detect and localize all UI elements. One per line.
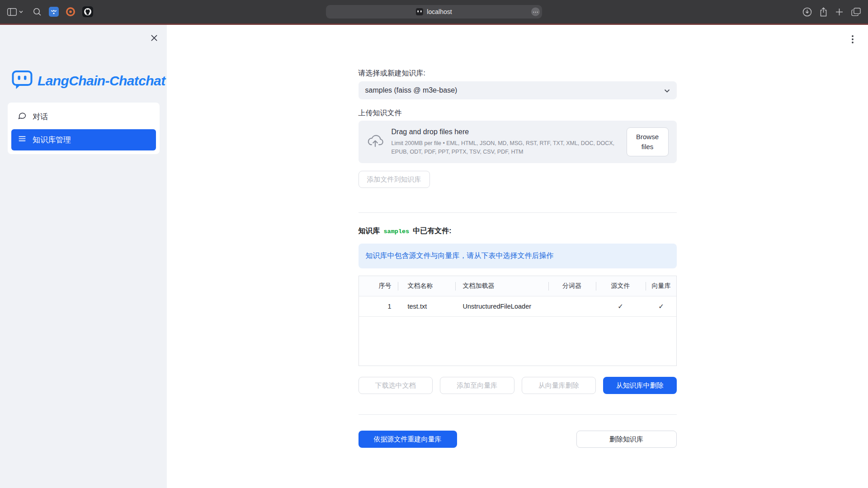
delete-from-kb-button[interactable]: 从知识库中删除: [603, 377, 677, 394]
site-favicon: [416, 8, 423, 15]
cell-splitter: [548, 296, 596, 316]
sidebar-close-button[interactable]: [149, 33, 160, 43]
sidebar-item-label: 对话: [33, 112, 48, 122]
tab-overview-icon[interactable]: [851, 8, 861, 16]
col-header-index[interactable]: 序号: [359, 276, 398, 296]
col-header-source-file[interactable]: 源文件: [596, 276, 646, 296]
cell-loader: UnstructuredFileLoader: [455, 296, 548, 316]
heading-prefix: 知识库: [359, 226, 380, 236]
logo-chat-icon: [12, 70, 33, 92]
address-text: localhost: [427, 8, 452, 15]
logo-text: LangChain-Chatchat: [38, 73, 165, 89]
chat-bubble-icon: [18, 111, 27, 122]
divider: [359, 212, 677, 213]
heading-suffix: 中已有文件:: [413, 226, 451, 236]
kb-select[interactable]: samples (faiss @ m3e-base): [359, 81, 677, 99]
remove-from-vector-store-button[interactable]: 从向量库删除: [522, 377, 596, 394]
file-dropzone[interactable]: Drag and drop files here Limit 200MB per…: [359, 121, 677, 163]
divider: [359, 414, 677, 415]
extension-icons: [49, 6, 93, 17]
sidebar-item-label: 知识库管理: [33, 135, 71, 145]
page-settings-icon[interactable]: ⋯: [531, 8, 540, 16]
kb-management-buttons: 依据源文件重建向量库 删除知识库: [359, 431, 677, 448]
app-logo: LangChain-Chatchat: [12, 70, 167, 92]
cell-source-file: ✓: [596, 296, 646, 316]
kb-select-label: 请选择或新建知识库:: [359, 69, 677, 78]
kb-files-heading: 知识库 samples 中已有文件:: [359, 226, 677, 236]
dropzone-title: Drag and drop files here: [392, 128, 619, 136]
cell-filename: test.txt: [398, 296, 455, 316]
sidebar-item-knowledge-base[interactable]: 知识库管理: [11, 129, 156, 150]
sidebar: LangChain-Chatchat 对话 知识库管理: [0, 25, 167, 488]
rebuild-vector-store-button[interactable]: 依据源文件重建向量库: [359, 431, 457, 448]
chevron-down-icon: [664, 86, 670, 94]
sidebar-toggle-button[interactable]: [7, 8, 23, 16]
col-header-loader[interactable]: 文档加载器: [455, 276, 548, 296]
browse-files-button[interactable]: Browse files: [627, 127, 669, 156]
extension-github-icon[interactable]: [82, 6, 93, 17]
info-text: 知识库中包含源文件与向量库，请从下表中选择文件后操作: [366, 251, 554, 261]
main-content: 请选择或新建知识库: samples (faiss @ m3e-base) 上传…: [167, 25, 868, 488]
address-bar[interactable]: localhost ⋯: [326, 5, 542, 19]
sidebar-toggle-icon: [7, 8, 17, 16]
browser-toolbar: localhost ⋯: [0, 0, 868, 23]
col-header-filename[interactable]: 文档名称: [398, 276, 455, 296]
cell-index: 1: [359, 296, 398, 316]
table-row[interactable]: 1 test.txt UnstructuredFileLoader ✓ ✓: [359, 296, 676, 317]
kb-select-value: samples (faiss @ m3e-base): [365, 86, 458, 94]
file-action-buttons: 下载选中文档 添加至向量库 从向量库删除 从知识库中删除: [359, 377, 677, 394]
chevron-down-icon: [19, 10, 23, 13]
download-selected-button[interactable]: 下载选中文档: [359, 377, 433, 394]
downloads-icon[interactable]: [802, 7, 812, 17]
info-banner: 知识库中包含源文件与向量库，请从下表中选择文件后操作: [359, 244, 677, 268]
kb-files-table: 序号 文档名称 文档加载器 分词器 源文件 向量库 1 test.txt Uns…: [359, 276, 677, 366]
col-header-vector-store[interactable]: 向量库: [646, 276, 677, 296]
dropzone-limits: Limit 200MB per file • EML, HTML, JSON, …: [392, 139, 619, 156]
extension-orange-icon[interactable]: [66, 7, 75, 17]
upload-label: 上传知识文件: [359, 108, 677, 118]
search-icon[interactable]: [33, 8, 42, 16]
app-menu-icon[interactable]: [847, 34, 858, 45]
table-header-row: 序号 文档名称 文档加载器 分词器 源文件 向量库: [359, 276, 676, 296]
cloud-upload-icon: [367, 135, 384, 149]
table-empty-area: [359, 317, 676, 366]
share-icon[interactable]: [820, 7, 827, 17]
new-tab-icon[interactable]: [835, 8, 844, 16]
kb-name-code: samples: [384, 228, 410, 235]
delete-kb-button[interactable]: 删除知识库: [576, 431, 677, 448]
cell-vector-store: ✓: [646, 296, 677, 316]
sidebar-nav: 对话 知识库管理: [8, 103, 160, 154]
col-header-splitter[interactable]: 分词器: [548, 276, 596, 296]
add-to-vector-store-button[interactable]: 添加至向量库: [440, 377, 514, 394]
extension-blue-icon[interactable]: [49, 7, 59, 17]
list-icon: [18, 134, 27, 145]
add-files-button[interactable]: 添加文件到知识库: [359, 171, 430, 188]
sidebar-item-dialogue[interactable]: 对话: [11, 106, 156, 127]
